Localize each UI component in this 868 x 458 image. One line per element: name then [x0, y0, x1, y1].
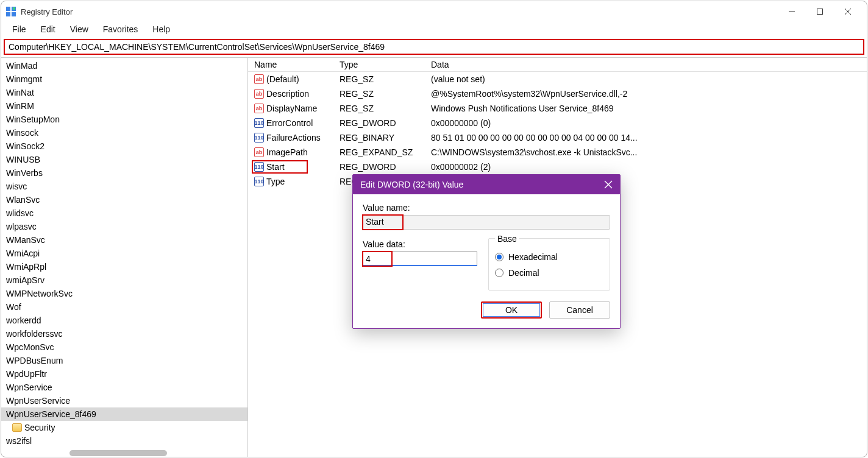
tree-item[interactable]: Winsock [1, 126, 247, 139]
tree-item[interactable]: WpnUserService [1, 394, 247, 407]
tree-item-label: WpcMonSvc [6, 342, 54, 352]
value-data: 0x00000002 (2) [431, 162, 867, 172]
value-row[interactable]: 110ErrorControlREG_DWORD0x00000000 (0) [248, 116, 867, 130]
tree-item[interactable]: WpdUpFltr [1, 367, 247, 381]
tree-item[interactable]: wlidsvc [1, 206, 247, 220]
cancel-button[interactable]: Cancel [549, 301, 610, 319]
tree-item-label: WinRM [6, 101, 34, 111]
tree-item[interactable]: WpnService [1, 381, 247, 394]
tree-item[interactable]: ws2ifsl [1, 434, 247, 448]
tree-item[interactable]: wmiApSrv [1, 273, 247, 287]
tree-item[interactable]: WPDBusEnum [1, 354, 247, 367]
binary-value-icon: 110 [254, 133, 264, 143]
address-bar[interactable]: Computer\HKEY_LOCAL_MACHINE\SYSTEM\Curre… [4, 39, 864, 55]
tree-item[interactable]: WmiAcpi [1, 247, 247, 260]
value-data: Windows Push Notifications User Service_… [431, 104, 867, 113]
tree-item[interactable]: WlanSvc [1, 193, 247, 206]
binary-value-icon: 110 [254, 162, 264, 172]
tree-item[interactable]: wlpasvc [1, 220, 247, 233]
minimize-button[interactable] [778, 2, 806, 21]
tree-item[interactable]: WManSvc [1, 233, 247, 247]
menu-favorites[interactable]: Favorites [97, 23, 144, 35]
values-header: Name Type Data [248, 58, 867, 72]
tree-item-label: WpnUserService_8f469 [6, 409, 96, 419]
svg-rect-6 [817, 9, 823, 15]
tree-item-label: WpnUserService [6, 396, 70, 406]
tree-item-label: wlpasvc [6, 222, 37, 231]
dialog-close-button[interactable] [604, 180, 613, 189]
tree-item[interactable]: WinRM [1, 99, 247, 113]
tree-item[interactable]: workfolderssvc [1, 327, 247, 340]
string-value-icon: ab [254, 104, 264, 113]
value-data: 0x00000000 (0) [431, 118, 867, 128]
tree-item-label: WINUSB [6, 155, 40, 164]
value-name-label: Value name: [363, 203, 610, 213]
tree-item-label: wisvc [6, 181, 27, 191]
value-name: Description [266, 89, 309, 99]
value-type: REG_SZ [340, 89, 431, 99]
tree-item[interactable]: Winmgmt [1, 72, 247, 86]
value-data-input[interactable] [363, 252, 477, 266]
window-title: Registry Editor [21, 7, 73, 16]
tree-item-label: wmiApSrv [6, 275, 44, 285]
tree-item[interactable]: WinSock2 [1, 139, 247, 153]
binary-value-icon: 110 [254, 177, 264, 186]
tree-pane[interactable]: WinMadWinmgmtWinNatWinRMWinSetupMonWinso… [1, 58, 248, 457]
tree-item-label: WManSvc [6, 235, 45, 245]
tree-item-label: wlidsvc [6, 208, 34, 218]
tree-item-label: WinMad [6, 61, 37, 71]
value-name: (Default) [266, 74, 299, 84]
value-row[interactable]: 110FailureActionsREG_BINARY80 51 01 00 0… [248, 130, 867, 145]
tree-item[interactable]: WINUSB [1, 153, 247, 166]
tree-item-label: WinNat [6, 88, 34, 97]
tree-item[interactable]: Security [1, 421, 247, 434]
tree-item-label: ws2ifsl [6, 436, 32, 446]
tree-item[interactable]: WinSetupMon [1, 113, 247, 126]
value-row[interactable]: 110StartREG_DWORD0x00000002 (2) [248, 160, 867, 174]
tree-item-label: WpnService [6, 382, 52, 392]
value-data: @%SystemRoot%\system32\WpnUserService.dl… [431, 89, 867, 99]
menu-view[interactable]: View [64, 23, 94, 35]
string-value-icon: ab [254, 89, 264, 99]
maximize-button[interactable] [806, 2, 834, 21]
horizontal-scrollbar-thumb[interactable] [69, 450, 167, 456]
tree-item[interactable]: WinVerbs [1, 166, 247, 180]
tree-item[interactable]: workerdd [1, 314, 247, 327]
dialog-body: Value name: Start Value data: Base Hexad… [353, 194, 620, 328]
tree-item[interactable]: WmiApRpl [1, 260, 247, 273]
radio-dec-label: Decimal [508, 268, 539, 278]
radio-hex-icon [495, 253, 503, 261]
col-header-type[interactable]: Type [340, 60, 431, 69]
tree-item-label: WinSetupMon [6, 114, 60, 124]
tree-item[interactable]: WpcMonSvc [1, 340, 247, 354]
col-header-data[interactable]: Data [431, 60, 867, 69]
value-row[interactable]: abDisplayNameREG_SZWindows Push Notifica… [248, 101, 867, 116]
tree-item[interactable]: WMPNetworkSvc [1, 287, 247, 300]
tree-item[interactable]: Wof [1, 300, 247, 314]
radio-hex-label: Hexadecimal [508, 252, 558, 262]
value-type: REG_SZ [340, 74, 431, 84]
tree-item[interactable]: WinNat [1, 86, 247, 99]
tree-item[interactable]: WpnUserService_8f469 [1, 407, 247, 421]
value-row[interactable]: abDescriptionREG_SZ@%SystemRoot%\system3… [248, 86, 867, 101]
tree-item-label: workfolderssvc [6, 329, 63, 339]
radio-hexadecimal[interactable]: Hexadecimal [495, 252, 603, 262]
svg-rect-3 [12, 12, 16, 16]
value-row[interactable]: abImagePathREG_EXPAND_SZC:\WINDOWS\syste… [248, 145, 867, 160]
menu-help[interactable]: Help [146, 23, 176, 35]
tree-item[interactable]: wisvc [1, 180, 247, 193]
menu-edit[interactable]: Edit [35, 23, 62, 35]
value-name: ErrorControl [266, 118, 313, 128]
tree-item[interactable]: WinMad [1, 59, 247, 72]
tree-item-label: WlanSvc [6, 195, 40, 205]
menu-file[interactable]: File [6, 23, 32, 35]
ok-button[interactable]: OK [481, 301, 542, 319]
address-text: Computer\HKEY_LOCAL_MACHINE\SYSTEM\Curre… [9, 42, 385, 52]
value-row[interactable]: ab(Default)REG_SZ(value not set) [248, 72, 867, 86]
value-type: REG_EXPAND_SZ [340, 147, 431, 157]
tree-item-label: Security [24, 423, 55, 432]
radio-decimal[interactable]: Decimal [495, 268, 603, 278]
close-button[interactable] [834, 2, 862, 21]
value-type: REG_SZ [340, 104, 431, 113]
col-header-name[interactable]: Name [248, 60, 340, 69]
